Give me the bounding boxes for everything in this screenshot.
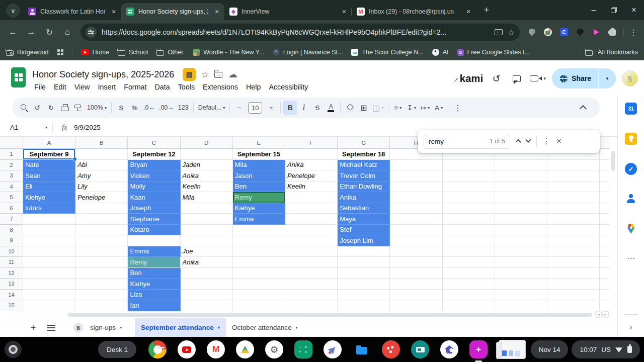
bookmark-wordle[interactable]: Wordle - The New Y...: [193, 49, 264, 56]
sheet-tab-sign-ups[interactable]: 8sign-ups▾: [67, 318, 128, 337]
cell-L13[interactable]: [600, 279, 609, 290]
cell-H7[interactable]: [390, 214, 442, 225]
pink-arrow-extension-icon[interactable]: [590, 26, 603, 39]
vertical-scrollbar[interactable]: [609, 137, 617, 311]
hide-side-panel-icon[interactable]: ›: [629, 323, 632, 332]
cell-F12[interactable]: [285, 268, 338, 279]
cell-F4[interactable]: Keelin: [285, 182, 338, 193]
cell-C1[interactable]: September 12: [128, 149, 180, 160]
cell-L2[interactable]: [600, 160, 609, 171]
cell-E5[interactable]: Remy: [233, 192, 285, 203]
bookmark-naviance[interactable]: *Login | Naviance St...: [273, 49, 343, 56]
menu-format[interactable]: Format: [120, 81, 150, 93]
row-header-1[interactable]: 1: [0, 149, 23, 160]
cell-F2[interactable]: Anika: [285, 160, 338, 171]
tab-search-button[interactable]: ∨: [6, 4, 20, 18]
cell-J14[interactable]: [495, 290, 547, 301]
cell-I13[interactable]: [443, 279, 495, 290]
cell-B6[interactable]: [75, 203, 128, 214]
col-header-G[interactable]: G: [338, 137, 390, 149]
paint-format-button[interactable]: [71, 101, 85, 115]
cell-B14[interactable]: [75, 290, 128, 301]
increase-decimal-button[interactable]: .00→: [157, 101, 176, 115]
cell-I2[interactable]: [443, 160, 495, 171]
cell-I12[interactable]: [443, 268, 495, 279]
sheets-logo[interactable]: [11, 67, 26, 87]
bold-button[interactable]: B: [283, 101, 297, 115]
cell-B13[interactable]: [75, 279, 128, 290]
cell-G2[interactable]: Michael Katz: [338, 160, 390, 171]
desk-button[interactable]: Desk 1: [98, 341, 136, 358]
cell-E3[interactable]: Jason: [233, 170, 285, 182]
cell-D10[interactable]: Joe: [181, 246, 233, 257]
cell-C12[interactable]: Ben: [128, 268, 180, 279]
cell-J15[interactable]: [495, 300, 547, 311]
cell-K12[interactable]: [547, 268, 600, 279]
cell-D3[interactable]: Anika: [181, 170, 233, 182]
cell-A2[interactable]: Nate: [23, 160, 75, 171]
bookmark-slides[interactable]: SFree Google Slides t...: [457, 49, 530, 56]
col-header-A[interactable]: A: [23, 137, 75, 149]
cell-A9[interactable]: [23, 235, 75, 246]
bookmark-scoir[interactable]: coThe Scoir College N...: [351, 49, 423, 56]
cell-D8[interactable]: [181, 225, 233, 236]
menu-tools[interactable]: Tools: [174, 81, 199, 93]
italic-button[interactable]: I: [297, 101, 310, 115]
cell-A12[interactable]: [23, 268, 75, 279]
scroll-left-button[interactable]: ◂: [595, 311, 602, 318]
cell-A5[interactable]: Kiehye: [23, 192, 75, 203]
gmail-app-icon[interactable]: M: [207, 340, 225, 358]
cell-G3[interactable]: Trevor Colm: [338, 170, 390, 182]
cell-G15[interactable]: [338, 300, 390, 311]
cell-K9[interactable]: [547, 235, 600, 246]
cell-J9[interactable]: [495, 235, 547, 246]
cell-I11[interactable]: [443, 257, 495, 268]
cell-F5[interactable]: [285, 192, 338, 203]
tab-close-icon[interactable]: ×: [340, 7, 349, 16]
screenshot-stack-app-icon[interactable]: [499, 340, 526, 359]
status-pill[interactable]: 10:07 US: [572, 340, 640, 358]
row-header-11[interactable]: 11: [0, 257, 23, 268]
menu-data[interactable]: Data: [150, 81, 174, 93]
chevron-down-icon[interactable]: ▾: [120, 325, 122, 330]
cell-H14[interactable]: [390, 290, 442, 301]
cell-C4[interactable]: Molly: [128, 182, 180, 193]
zoom-button[interactable]: 100%▾: [85, 101, 109, 115]
star-document-icon[interactable]: ☆: [201, 69, 209, 80]
browser-tab-3[interactable]: ♣InnerView×: [224, 3, 352, 20]
cell-F8[interactable]: [285, 225, 338, 236]
find-next-button[interactable]: [525, 137, 531, 143]
cell-G1[interactable]: September 18: [338, 149, 390, 160]
cell-K3[interactable]: [547, 170, 600, 182]
search-button[interactable]: [17, 101, 31, 115]
scroll-right-button[interactable]: ▸: [602, 311, 609, 318]
cell-J11[interactable]: [495, 257, 547, 268]
cell-G6[interactable]: Sebastian: [338, 203, 390, 214]
cell-H9[interactable]: [390, 235, 442, 246]
vscroll-thumb[interactable]: [611, 151, 615, 171]
menu-file[interactable]: File: [30, 81, 50, 93]
sheet-tab-september-attendance[interactable]: September attendance▾: [135, 318, 226, 337]
redo-button[interactable]: ↻: [44, 101, 58, 115]
cell-F9[interactable]: [285, 235, 338, 246]
cell-F11[interactable]: [285, 257, 338, 268]
screencast-app-icon[interactable]: [411, 340, 429, 358]
cell-J6[interactable]: [495, 203, 547, 214]
cell-K4[interactable]: [547, 182, 600, 193]
cell-B2[interactable]: Abi: [75, 160, 128, 171]
cell-K15[interactable]: [547, 300, 600, 311]
cell-G13[interactable]: [338, 279, 390, 290]
chevron-down-icon[interactable]: ▾: [218, 325, 220, 330]
cell-I10[interactable]: [443, 246, 495, 257]
browser-menu-button[interactable]: ⋮: [627, 26, 640, 39]
url-text[interactable]: https://docs.google.com/spreadsheets/d/1…: [102, 28, 490, 36]
comment-icon[interactable]: [510, 71, 524, 85]
cell-A1[interactable]: September 9: [23, 149, 75, 160]
collapse-toolbar-icon[interactable]: [580, 105, 587, 112]
move-document-icon[interactable]: [214, 72, 222, 78]
settings-app-icon[interactable]: ⚙: [265, 340, 283, 358]
cell-A15[interactable]: [23, 300, 75, 311]
cell-G8[interactable]: Stef: [338, 225, 390, 236]
browser-tab-2[interactable]: Honor Society sign-ups, 2025-2×: [121, 3, 224, 20]
more-tools-icon[interactable]: ⋯: [625, 252, 637, 264]
